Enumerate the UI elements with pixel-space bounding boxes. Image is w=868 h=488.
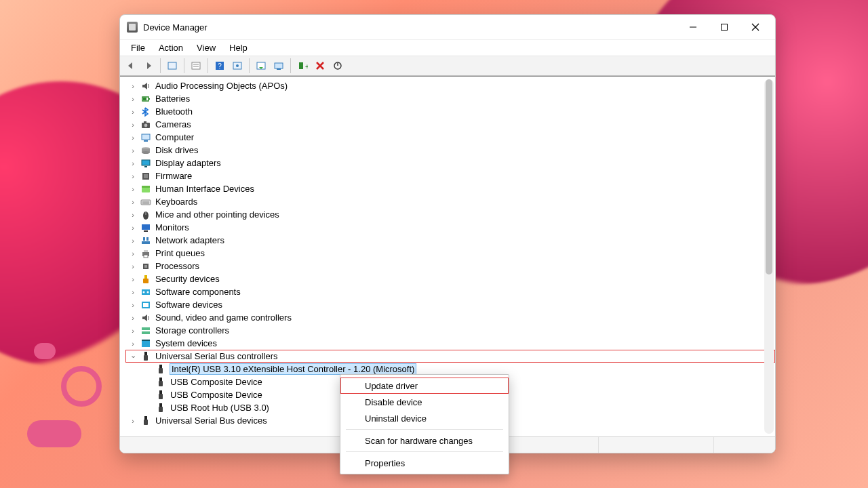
chevron-right-icon[interactable]: ›	[130, 146, 136, 155]
chevron-right-icon[interactable]: ›	[130, 288, 136, 296]
tree-category[interactable]: ›Human Interface Devices	[125, 182, 775, 195]
scrollbar[interactable]	[764, 79, 774, 434]
titlebar[interactable]: Device Manager	[120, 15, 775, 39]
chevron-right-icon[interactable]: ›	[130, 417, 136, 425]
close-button[interactable]	[740, 16, 771, 38]
menu-file[interactable]: File	[124, 41, 152, 54]
tree-category[interactable]: ›Security devices	[125, 272, 775, 285]
toolbar-properties-button[interactable]	[188, 58, 204, 73]
svg-rect-34	[144, 174, 148, 178]
menu-view[interactable]: View	[190, 41, 222, 54]
chevron-right-icon[interactable]: ›	[130, 121, 136, 129]
svg-rect-63	[144, 352, 147, 355]
network-icon	[140, 235, 151, 246]
context-menu-item[interactable]: Scan for hardware changes	[340, 432, 509, 449]
tree-category[interactable]: ›Batteries	[125, 92, 775, 105]
chevron-down-icon[interactable]: ⌄	[130, 351, 136, 360]
svg-point-30	[142, 151, 150, 154]
chevron-right-icon[interactable]: ›	[130, 301, 136, 309]
chevron-right-icon[interactable]: ›	[130, 198, 136, 206]
svg-rect-31	[142, 160, 150, 165]
usb-icon	[155, 364, 166, 375]
maximize-button[interactable]	[709, 16, 740, 38]
tree-category[interactable]: ›Firmware	[125, 169, 775, 182]
svg-rect-21	[149, 98, 150, 100]
chevron-right-icon[interactable]: ›	[130, 185, 136, 193]
app-icon	[127, 22, 138, 33]
menu-action[interactable]: Action	[152, 41, 190, 54]
tree-category[interactable]: ›Monitors	[125, 221, 775, 234]
toolbar-show-hidden-button[interactable]	[164, 58, 180, 73]
chevron-right-icon[interactable]: ›	[130, 159, 136, 167]
toolbar-help-button[interactable]: ?	[212, 58, 228, 73]
tree-category[interactable]: ›Disk drives	[125, 144, 775, 157]
usb-icon	[140, 351, 151, 362]
tree-category[interactable]: ›Cameras	[125, 118, 775, 131]
tree-label: USB Root Hub (USB 3.0)	[170, 403, 269, 413]
chevron-right-icon[interactable]: ›	[130, 95, 136, 103]
tree-label: Universal Serial Bus devices	[155, 415, 267, 426]
svg-point-56	[147, 291, 149, 293]
tree-category[interactable]: ›Processors	[125, 260, 775, 272]
tree-category[interactable]: ›Mice and other pointing devices	[125, 208, 775, 221]
tree-category[interactable]: ›Print queues	[125, 247, 775, 260]
chevron-right-icon[interactable]: ›	[130, 237, 136, 245]
chevron-right-icon[interactable]: ›	[130, 134, 136, 142]
softdev-icon	[140, 300, 151, 310]
tree-label: Software devices	[155, 300, 222, 310]
chevron-right-icon[interactable]: ›	[130, 82, 136, 90]
tree-label: Bluetooth	[155, 106, 193, 117]
chevron-right-icon[interactable]: ›	[130, 275, 136, 283]
toolbar-update-driver-button[interactable]	[229, 58, 245, 73]
cpu-icon	[140, 261, 151, 272]
chevron-right-icon[interactable]: ›	[130, 314, 136, 322]
tree-category[interactable]: ›Keyboards	[125, 195, 775, 208]
context-menu-item[interactable]: Disable device	[340, 394, 509, 410]
toolbar-uninstall-button[interactable]	[253, 58, 269, 73]
chevron-right-icon[interactable]: ›	[130, 327, 136, 335]
tree-label: Computer	[155, 132, 194, 142]
toolbar-add-legacy-button[interactable]: +	[294, 58, 311, 73]
toolbar: ? +	[120, 56, 775, 76]
svg-rect-68	[159, 381, 163, 386]
tree-category[interactable]: ›Software devices	[125, 298, 775, 311]
context-menu-item[interactable]: Update driver	[340, 378, 509, 394]
minimize-button[interactable]	[677, 16, 709, 38]
svg-point-11	[236, 64, 239, 67]
chevron-right-icon[interactable]: ›	[130, 172, 136, 180]
context-menu-item[interactable]: Properties	[340, 455, 509, 471]
svg-rect-32	[144, 166, 147, 167]
tree-label: Firmware	[155, 171, 192, 181]
toolbar-scan-button[interactable]	[271, 58, 287, 73]
chevron-right-icon[interactable]: ›	[130, 262, 136, 270]
toolbar-forward-button[interactable]	[140, 58, 157, 73]
tree-category[interactable]: ›Bluetooth	[125, 105, 775, 118]
tree-category[interactable]: ›Sound, video and game controllers	[125, 311, 775, 324]
tree-category[interactable]: ›Software components	[125, 285, 775, 298]
wallpaper-blob	[27, 420, 81, 447]
tree-category[interactable]: ›Display adapters	[125, 157, 775, 169]
menu-help[interactable]: Help	[222, 41, 254, 54]
toolbar-disable-button[interactable]	[312, 58, 328, 73]
component-icon	[140, 287, 151, 298]
tree-category[interactable]: ›Audio Processing Objects (APOs)	[125, 79, 775, 92]
chevron-right-icon[interactable]: ›	[130, 224, 136, 232]
chevron-right-icon[interactable]: ›	[130, 340, 136, 348]
svg-rect-36	[142, 186, 150, 188]
scrollbar-thumb[interactable]	[766, 79, 772, 274]
tree-category[interactable]: ›System devices	[125, 337, 775, 350]
context-menu-separator	[346, 451, 503, 452]
toolbar-enable-button[interactable]	[330, 58, 346, 73]
toolbar-back-button[interactable]	[123, 58, 139, 73]
chevron-right-icon[interactable]: ›	[130, 108, 136, 116]
tree-category[interactable]: ›Storage controllers	[125, 324, 775, 337]
tree-category[interactable]: ⌄Universal Serial Bus controllers	[125, 350, 775, 363]
chevron-right-icon[interactable]: ›	[130, 249, 136, 258]
tree-category[interactable]: ›Computer	[125, 131, 775, 144]
chevron-right-icon[interactable]: ›	[130, 211, 136, 219]
svg-rect-74	[144, 420, 148, 425]
tree-category[interactable]: ›Network adapters	[125, 234, 775, 247]
tree-label: USB Composite Device	[170, 377, 262, 387]
svg-rect-22	[143, 98, 146, 100]
context-menu-item[interactable]: Uninstall device	[340, 410, 509, 426]
